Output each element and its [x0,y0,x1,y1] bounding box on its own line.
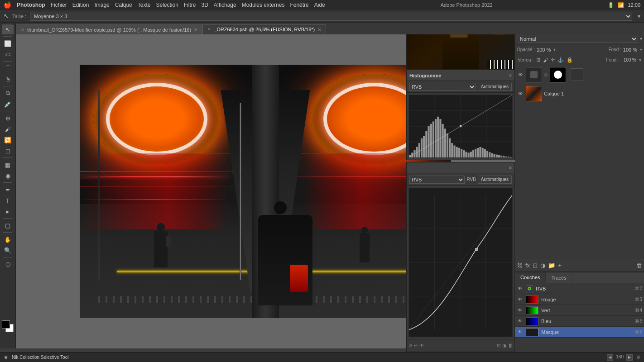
menu-fenetre[interactable]: Fenêtre [290,2,308,8]
curves-auto-button[interactable]: Automatiques [478,176,512,184]
tab-couches[interactable]: Couches [515,272,546,283]
channel-rouge[interactable]: 👁 Rouge ⌘3 [515,294,644,305]
curves-channel-label: RVB [466,177,476,182]
lock-move-icon[interactable]: ✛ [551,57,555,63]
menu-calque[interactable]: Calque [115,2,132,8]
menu-aide[interactable]: Aide [314,2,325,8]
tool-shape[interactable]: ▢ [2,220,14,230]
tool-marquee-rect[interactable]: ⬜ [2,38,14,48]
add-mask-icon[interactable]: ⊡ [533,262,538,269]
tab-traces[interactable]: Tracés [546,272,572,283]
tab-orz6634[interactable]: ✕ _ORZ6634.psb @ 26,6% (FUSION, RVB/16*)… [202,24,326,34]
curves-btn-show[interactable]: 👁 [419,343,424,348]
blend-mode-select[interactable]: Normal [517,35,638,43]
prev-canvas-btn[interactable]: ◀ [607,354,613,361]
ch-eye-vert[interactable]: 👁 [517,307,523,314]
tool-marquee-ellipse[interactable]: ⬭ [2,49,14,59]
link-layers-icon[interactable]: ⛓ [517,262,523,269]
layer-mask-thumb [550,67,566,82]
layer-calque1[interactable]: 👁 Calque 1 [515,84,644,103]
menu-3d[interactable]: 3D [202,2,208,8]
curves-btn-reset[interactable]: ↺ [409,343,412,348]
lock-all-icon[interactable]: 🔒 [567,57,573,63]
lock-nest-icon[interactable]: ⚓ [557,57,564,63]
move-tool-icon[interactable]: ↖ [4,13,9,19]
tool-path-select[interactable]: ▸ [2,206,14,216]
ch-eye-masque[interactable]: 👁 [517,329,523,335]
curves-svg [409,188,512,337]
foreground-color[interactable] [2,320,10,329]
next-canvas-btn[interactable]: ▶ [626,354,633,361]
add-style-icon[interactable]: fx [525,262,530,269]
fill-value[interactable]: 100 % [623,47,637,52]
histogram-channel-select[interactable]: RVB [409,83,476,91]
tool-quick-select[interactable]: 🖱 [2,74,14,84]
tool-hand[interactable]: ✋ [2,234,14,244]
histogram-auto-button[interactable]: Automatiques [478,83,512,91]
tool-blur[interactable]: ◉ [2,171,14,181]
menu-modules[interactable]: Modules externes [242,2,285,8]
curves-btn-mask[interactable]: ◑ [502,343,506,348]
train-left [80,153,228,229]
curves-btn-delete[interactable]: 🗑 [508,343,513,348]
ch-eye-rvb[interactable]: 👁 [517,286,523,292]
new-adj-icon[interactable]: ◑ [540,262,545,269]
tool-clone[interactable]: 🔁 [2,135,14,145]
channel-bleu[interactable]: 👁 Bleu ⌘5 [515,316,644,327]
tool-crop[interactable]: ⧉ [2,88,14,98]
svg-rect-27 [458,148,460,157]
histogram-menu-icon[interactable]: ≡ [509,73,512,78]
layer-eye-calque1[interactable]: 👁 [517,90,524,97]
ch-eye-bleu[interactable]: 👁 [517,318,523,324]
fill-lock-value[interactable]: 100 % [624,57,636,62]
dropdown-arrow-icon[interactable]: ▾ [638,13,640,19]
tool-lasso[interactable]: ⌒ [2,63,14,73]
layer-fusion[interactable]: 👁 ⛓ · [515,65,644,84]
curves-menu-icon[interactable]: ≡ [509,165,512,170]
menu-edition[interactable]: Edition [72,2,89,8]
menu-texte[interactable]: Texte [138,2,151,8]
lock-transparent-icon[interactable]: ⊞ [536,57,540,63]
curves-btn-undo[interactable]: ↩ [414,343,418,348]
layer-eye-fusion[interactable]: 👁 [517,71,524,78]
tool-zoom[interactable]: 🔍 [2,245,14,255]
tool-text[interactable]: T [2,195,14,205]
menu-fichier[interactable]: Fichier [51,2,67,8]
menu-filtre[interactable]: Filtre [184,2,196,8]
channel-rvb[interactable]: 👁 RVB ⌘2 [515,283,644,294]
tool-brush[interactable]: 🖌 [2,124,14,134]
tool-pen[interactable]: ✒ [2,185,14,195]
channel-vert[interactable]: 👁 Vert ⌘4 [515,305,644,316]
svg-rect-30 [465,152,467,157]
tab-close-thumbnail[interactable]: ✕ [194,27,197,32]
new-layer-icon[interactable]: + [558,262,562,269]
tool-gradient[interactable]: ▦ [2,160,14,170]
menu-photoshop[interactable]: Photoshop [17,2,45,8]
blend-mode-row: Normal ▾ [515,33,644,44]
tool-3d[interactable]: ⬡ [2,259,14,269]
chrome-pillar [240,103,241,280]
tool-eraser[interactable]: ◻ [2,146,14,156]
delete-layer-icon[interactable]: 🗑 [636,262,642,269]
lock-paint-icon[interactable]: 🖌 [543,57,548,63]
tool-heal[interactable]: ⊕ [2,113,14,123]
menu-selection[interactable]: Sélection [156,2,178,8]
channel-masque[interactable]: 👁 Masque ⌘8 [515,327,644,338]
svg-rect-47 [505,157,507,157]
menu-image[interactable]: Image [94,2,109,8]
color-swatches[interactable] [2,320,14,332]
tab-close-orz6634[interactable]: ✕ [317,27,321,32]
menu-affichage[interactable]: Affichage [214,2,236,8]
opacity-value[interactable]: 100 % [537,47,551,52]
tab-thumbnail[interactable]: ✕ thumbnail_ORZ6579-Modifier copie.psd @… [16,24,202,34]
tool-move[interactable]: ↖ [2,24,14,34]
layer-thumb-calque1 [526,86,542,101]
curves-btn-clip[interactable]: ⊡ [497,343,500,348]
curves-channel-select[interactable]: RVB [409,176,465,184]
mask-white-circle [554,71,562,79]
ch-eye-rouge[interactable]: 👁 [517,296,523,303]
tool-eyedropper[interactable]: 💉 [2,99,14,109]
apple-logo-icon[interactable]: 🍎 [4,1,11,9]
new-group-icon[interactable]: 📁 [548,262,555,269]
brush-size-select[interactable]: Moyenne 3 × 3 [30,12,632,21]
